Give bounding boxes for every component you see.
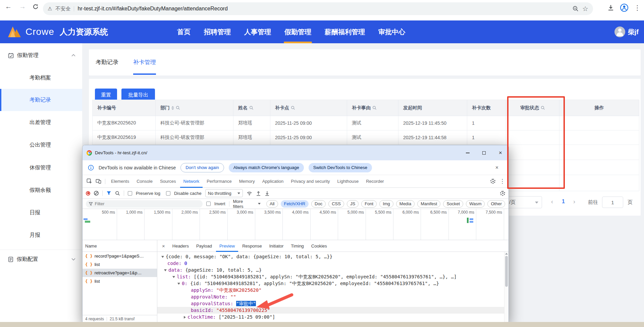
json-line[interactable]: list[{id: "51046943849185281", applySn: … (157, 273, 508, 280)
json-line[interactable]: applySn"中竞发BK2025620" (157, 287, 508, 293)
close-icon[interactable]: × (494, 147, 507, 159)
sidebar-item-daily-report[interactable]: 日报 (0, 202, 82, 224)
column-search-icon[interactable] (372, 106, 377, 110)
col-clock-point[interactable]: 补卡点 (270, 100, 347, 116)
detail-tab-preview[interactable]: Preview (216, 240, 238, 252)
tab-recorder[interactable]: Recorder (363, 175, 387, 188)
sidebar-item-leave-balance[interactable]: 假期余额 (0, 179, 82, 201)
json-line[interactable]: basicId"45580476139700225" (157, 307, 508, 314)
tab-application[interactable]: Application (259, 175, 287, 188)
sort-icon[interactable] (171, 106, 174, 110)
preserve-log-label[interactable]: Preserve log (136, 191, 160, 196)
network-conditions-icon[interactable] (247, 191, 252, 196)
bookmark-star-icon[interactable]: ☆ (582, 5, 588, 13)
tab-attendance-record[interactable]: 考勤记录 (96, 49, 118, 75)
next-page-button[interactable]: › (573, 198, 575, 205)
sidebar-item-business-trip[interactable]: 出差管理 (0, 111, 82, 133)
tab-performance[interactable]: Performance (203, 175, 235, 188)
tab-console[interactable]: Console (133, 175, 156, 188)
security-label[interactable]: 不安全 (55, 6, 70, 12)
minimize-icon[interactable] (461, 147, 474, 159)
back-icon[interactable]: ← (3, 3, 13, 10)
json-line[interactable]: clockTime["2025-11-25 09:00"] (157, 314, 508, 320)
export-har-icon[interactable] (265, 191, 270, 196)
scrollbar[interactable] (504, 252, 508, 323)
sidebar-item-leave[interactable]: 休假管理 (0, 157, 82, 179)
record-icon[interactable] (86, 191, 90, 196)
import-har-icon[interactable] (256, 191, 261, 196)
goto-page-input[interactable] (602, 197, 623, 208)
sidebar-item-monthly-report[interactable]: 月报 (0, 224, 82, 246)
download-icon[interactable] (607, 4, 614, 11)
maximize-icon[interactable] (477, 147, 491, 159)
detail-tab-headers[interactable]: Headers (169, 240, 192, 252)
scrollbar-thumb[interactable] (505, 256, 508, 287)
prev-page-button[interactable]: ‹ (551, 198, 553, 205)
request-row[interactable]: { }list (83, 277, 157, 285)
col-name[interactable]: 姓名 (233, 100, 270, 116)
tab-card-replacement[interactable]: 补卡管理 (133, 49, 156, 75)
nav-personnel[interactable]: 人事管理 (244, 20, 271, 43)
nav-payroll[interactable]: 薪酬福利管理 (325, 20, 365, 43)
nav-attendance[interactable]: 假勤管理 (284, 20, 311, 43)
network-timeline[interactable]: 500 ms 1,000 ms 1,500 ms 2,000 ms 2,500 … (83, 209, 508, 240)
column-search-icon[interactable] (291, 106, 295, 110)
match-language-button[interactable]: Always match Chrome's language (229, 163, 304, 172)
detail-tab-timing[interactable]: Timing (287, 240, 307, 252)
disable-cache-label[interactable]: Disable cache (174, 191, 202, 196)
filter-type-socket[interactable]: Socket (443, 200, 463, 208)
browser-menu-icon[interactable]: ⋮ (634, 4, 641, 12)
tab-privacy[interactable]: Privacy and security (287, 175, 333, 188)
request-row[interactable]: { }list (83, 260, 157, 269)
json-line[interactable]: 0{id: "51046943849185281", applySn: "中竞发… (157, 280, 508, 287)
page-size-select[interactable]: /页 (504, 196, 542, 208)
tab-network[interactable]: Network (180, 175, 203, 188)
devtools-titlebar[interactable]: DevTools - hr-test.zjf-it.cn/ × (83, 145, 508, 160)
disable-cache-checkbox[interactable] (166, 191, 170, 196)
preview-pane[interactable]: {code: 0, message: "OK", data: {pageSize… (157, 252, 508, 323)
col-reason[interactable]: 补卡事由 (347, 100, 398, 116)
request-row[interactable]: { }record?page=1&pageS… (83, 252, 157, 260)
infobar-close-icon[interactable]: × (495, 165, 503, 171)
sidebar-item-attendance-record[interactable]: 考勤记录 (0, 89, 82, 111)
user-menu[interactable]: 柴jf (614, 20, 639, 43)
devtools-menu-icon[interactable]: ⋮ (496, 178, 508, 185)
name-column-header[interactable]: Name (83, 240, 157, 252)
filter-type-all[interactable]: All (266, 200, 278, 208)
request-row-selected[interactable]: { }retroactive?page=1&p… (83, 269, 157, 277)
throttling-select[interactable]: No throttling (205, 189, 243, 197)
invert-label[interactable]: Invert (214, 201, 225, 206)
filter-type-manifest[interactable]: Manifest (417, 200, 440, 208)
sidebar-group-attendance[interactable]: 假勤管理 (0, 47, 82, 64)
profile-icon[interactable] (620, 3, 629, 12)
invert-checkbox[interactable] (206, 202, 211, 206)
sidebar-item-outing[interactable]: 公出管理 (0, 134, 82, 156)
tab-sources[interactable]: Sources (157, 175, 179, 188)
clear-icon[interactable] (94, 191, 99, 196)
filter-type-font[interactable]: Font (361, 200, 377, 208)
close-detail-icon[interactable]: × (159, 240, 168, 252)
filter-type-doc[interactable]: Doc (311, 200, 326, 208)
nav-home[interactable]: 首页 (177, 20, 191, 43)
json-line[interactable]: approvalNote"" (157, 293, 508, 300)
switch-to-chinese-button[interactable]: Switch DevTools to Chinese (309, 163, 372, 172)
sidebar-item-attendance-archive[interactable]: 考勤档案 (0, 67, 82, 89)
device-toolbar-icon[interactable] (94, 178, 103, 184)
preserve-log-checkbox[interactable] (128, 191, 132, 196)
current-page[interactable]: 1 (562, 199, 565, 205)
search-icon[interactable] (115, 191, 120, 196)
filter-input-wrap[interactable] (86, 200, 203, 208)
detail-tab-cookies[interactable]: Cookies (308, 240, 330, 252)
zoom-out-icon[interactable] (572, 5, 579, 12)
reload-icon[interactable] (32, 3, 39, 10)
json-line[interactable]: {code: 0, message: "OK", data: {pageSize… (157, 253, 508, 260)
more-filters-label[interactable]: More filters (233, 199, 255, 209)
filter-type-img[interactable]: Img (379, 200, 393, 208)
filter-type-js[interactable]: JS (347, 200, 359, 208)
filter-funnel-icon[interactable] (106, 191, 111, 196)
json-line[interactable]: code0 (157, 260, 508, 267)
network-settings-gear-icon[interactable] (500, 191, 505, 196)
filter-type-media[interactable]: Media (396, 200, 415, 208)
detail-tab-payload[interactable]: Payload (193, 240, 215, 252)
tab-elements[interactable]: Elements (108, 175, 132, 188)
